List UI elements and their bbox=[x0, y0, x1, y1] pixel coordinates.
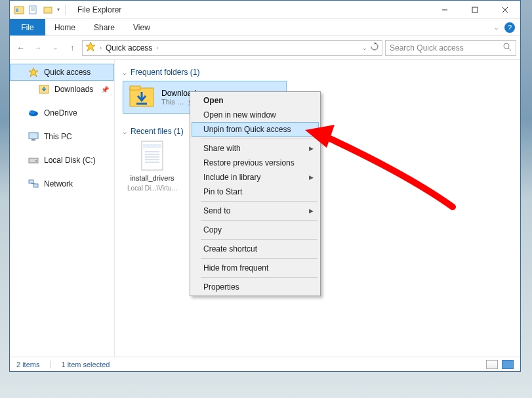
svg-rect-6 bbox=[44, 7, 52, 13]
nav-this-pc[interactable]: This PC bbox=[10, 128, 114, 145]
onedrive-icon bbox=[28, 108, 39, 118]
search-placeholder: Search Quick access bbox=[390, 43, 464, 53]
ctx-open-new-window[interactable]: Open in new window bbox=[192, 108, 319, 122]
drive-icon bbox=[28, 155, 39, 166]
submenu-arrow-icon: ▶ bbox=[309, 208, 314, 214]
svg-rect-21 bbox=[29, 158, 38, 163]
svg-rect-2 bbox=[30, 6, 36, 14]
qat-dropdown-icon[interactable]: ▾ bbox=[57, 7, 60, 12]
collapse-icon[interactable]: ⌵ bbox=[123, 128, 127, 135]
qat-properties-icon[interactable] bbox=[28, 5, 39, 15]
forward-button[interactable]: → bbox=[31, 41, 45, 55]
close-button[interactable] bbox=[490, 1, 520, 19]
network-icon bbox=[28, 179, 39, 189]
nav-label: This PC bbox=[44, 132, 72, 141]
quickaccess-star-icon bbox=[28, 67, 39, 77]
ctx-restore-versions[interactable]: Restore previous versions bbox=[192, 156, 319, 170]
svg-marker-15 bbox=[29, 68, 38, 77]
nav-local-disk[interactable]: Local Disk (C:) bbox=[10, 152, 114, 169]
svg-line-14 bbox=[508, 48, 511, 51]
large-icons-view-button[interactable] bbox=[502, 360, 514, 369]
nav-label: Network bbox=[44, 179, 73, 188]
svg-rect-24 bbox=[33, 184, 38, 187]
ctx-create-shortcut[interactable]: Create shortcut bbox=[192, 242, 319, 256]
refresh-icon[interactable] bbox=[370, 42, 379, 53]
address-bar-row: ← → ⌵ ↑ › Quick access › ⌵ Search Quick … bbox=[10, 36, 520, 60]
ctx-open[interactable]: Open bbox=[192, 93, 319, 108]
text-file-icon bbox=[136, 140, 168, 171]
ribbon-tabs: File Home Share View ⌵ ? bbox=[10, 19, 520, 36]
nav-label: Local Disk (C:) bbox=[44, 156, 96, 165]
nav-label: Downloads bbox=[54, 85, 93, 94]
thispc-icon bbox=[28, 131, 39, 142]
file-tab[interactable]: File bbox=[10, 19, 45, 35]
svg-point-13 bbox=[504, 43, 509, 49]
file-path: Local Di...\Virtu... bbox=[127, 185, 177, 192]
downloads-folder-icon bbox=[129, 84, 155, 110]
collapse-icon[interactable]: ⌵ bbox=[123, 69, 127, 76]
up-button[interactable]: ↑ bbox=[65, 41, 79, 55]
pin-icon: 📌 bbox=[101, 86, 109, 93]
svg-rect-27 bbox=[130, 86, 140, 90]
window-title: File Explorer bbox=[77, 5, 121, 14]
status-item-count: 2 items bbox=[16, 361, 39, 368]
context-menu: Open Open in new window Unpin from Quick… bbox=[190, 91, 321, 296]
breadcrumb-quickaccess[interactable]: Quick access bbox=[106, 43, 152, 53]
nav-quick-access[interactable]: Quick access bbox=[10, 64, 114, 81]
svg-point-18 bbox=[30, 110, 35, 114]
tab-home[interactable]: Home bbox=[45, 19, 85, 35]
ctx-include-library[interactable]: Include in library▶ bbox=[192, 170, 319, 185]
nav-downloads[interactable]: Downloads 📌 bbox=[10, 81, 114, 98]
svg-marker-12 bbox=[375, 42, 377, 45]
svg-rect-30 bbox=[143, 144, 161, 148]
nav-label: Quick access bbox=[44, 68, 91, 77]
downloads-icon bbox=[39, 84, 49, 95]
address-dropdown-icon[interactable]: ⌵ bbox=[363, 45, 366, 51]
status-bar: 2 items 1 item selected bbox=[10, 357, 520, 371]
nav-label: OneDrive bbox=[44, 108, 77, 118]
help-icon[interactable]: ? bbox=[504, 22, 515, 33]
svg-rect-8 bbox=[472, 7, 478, 12]
status-selected-count: 1 item selected bbox=[61, 361, 110, 368]
ribbon-expand-icon[interactable]: ⌵ bbox=[495, 24, 498, 31]
qat-newfolder-icon[interactable] bbox=[43, 5, 53, 15]
minimize-button[interactable] bbox=[430, 1, 460, 19]
titlebar: ▾ File Explorer bbox=[10, 1, 520, 19]
app-icon bbox=[14, 5, 24, 15]
tab-share[interactable]: Share bbox=[85, 19, 124, 35]
quickaccess-star-icon bbox=[85, 41, 96, 54]
svg-rect-20 bbox=[31, 139, 35, 141]
tab-view[interactable]: View bbox=[124, 19, 159, 35]
breadcrumb-sep-icon[interactable]: › bbox=[155, 45, 159, 51]
back-button[interactable]: ← bbox=[14, 41, 28, 55]
svg-marker-11 bbox=[86, 42, 95, 51]
svg-line-25 bbox=[31, 183, 35, 184]
file-name: install_drivers bbox=[130, 174, 174, 182]
recent-locations-button[interactable]: ⌵ bbox=[48, 41, 62, 55]
maximize-button[interactable] bbox=[460, 1, 490, 19]
nav-onedrive[interactable]: OneDrive bbox=[10, 104, 114, 122]
ctx-pin-start[interactable]: Pin to Start bbox=[192, 185, 319, 199]
address-field[interactable]: › Quick access › ⌵ bbox=[82, 40, 382, 56]
ctx-properties[interactable]: Properties bbox=[192, 280, 319, 294]
submenu-arrow-icon: ▶ bbox=[309, 145, 314, 152]
svg-rect-19 bbox=[29, 133, 38, 139]
ctx-send-to[interactable]: Send to▶ bbox=[192, 204, 319, 218]
ctx-share-with[interactable]: Share with▶ bbox=[192, 141, 319, 156]
details-view-button[interactable] bbox=[486, 360, 498, 369]
file-item-install-drivers[interactable]: install_drivers Local Di...\Virtu... bbox=[123, 140, 182, 192]
ctx-unpin-quickaccess[interactable]: Unpin from Quick access bbox=[192, 122, 319, 137]
svg-rect-1 bbox=[16, 9, 18, 12]
nav-network[interactable]: Network bbox=[10, 175, 114, 192]
ctx-hide-frequent[interactable]: Hide from frequent bbox=[192, 261, 319, 275]
ctx-copy[interactable]: Copy bbox=[192, 223, 319, 237]
svg-rect-23 bbox=[29, 180, 33, 183]
svg-point-22 bbox=[35, 160, 37, 162]
section-frequent-folders[interactable]: ⌵ Frequent folders (1) bbox=[123, 68, 512, 77]
search-icon bbox=[503, 43, 512, 53]
breadcrumb-sep-icon[interactable]: › bbox=[98, 45, 103, 51]
submenu-arrow-icon: ▶ bbox=[309, 174, 314, 181]
search-input[interactable]: Search Quick access bbox=[385, 40, 516, 56]
navigation-pane: Quick access Downloads 📌 OneDrive bbox=[10, 60, 115, 357]
